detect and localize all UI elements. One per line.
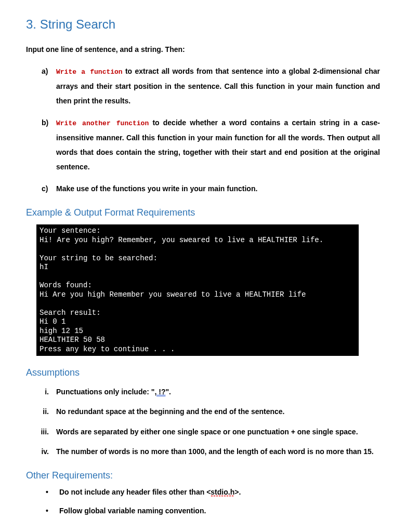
other-req1-post: >.: [234, 488, 241, 496]
task-item-a: a) Write a function to extract all words…: [42, 64, 380, 108]
intro-text: Input one line of sentence, and a string…: [26, 45, 380, 55]
task-text-c: Make use of the functions you write in y…: [56, 184, 257, 193]
marker-i: i.: [31, 385, 49, 399]
other-req2-text: Follow global variable naming convention…: [59, 507, 206, 515]
other-req1-pre: Do not include any header files other th…: [59, 488, 211, 496]
assumption-i: i. Punctuations only include: ", !?".: [31, 385, 380, 399]
task-item-b: b) Write another function to decide whet…: [42, 115, 380, 174]
red-text-a: Write a function: [56, 68, 123, 76]
task-item-c: c) Make use of the functions you write i…: [42, 181, 380, 196]
assumptions-heading: Assumptions: [26, 366, 380, 379]
assumption-iv: iv. The number of words is no more than …: [31, 445, 380, 459]
page-title: 3. String Search: [26, 16, 380, 33]
assumption-i-pre: Punctuations only include: ": [56, 388, 154, 396]
example-heading: Example & Output Format Requirements: [26, 206, 380, 219]
other-req1-squiggle: stdio.h: [211, 488, 234, 497]
marker-b: b): [42, 115, 48, 130]
assumption-i-post: ".: [165, 388, 171, 396]
marker-ii: ii.: [31, 405, 49, 419]
assumptions-list: i. Punctuations only include: ", !?". ii…: [26, 385, 380, 459]
marker-c: c): [42, 181, 48, 196]
assumption-ii: ii. No redundant space at the beginning …: [31, 405, 380, 419]
assumption-iii-text: Words are separated by either one single…: [56, 428, 358, 436]
assumption-iii: iii. Words are separated by either one s…: [31, 425, 380, 439]
console-output: Your sentence: Hi! Are you high? Remembe…: [36, 224, 359, 356]
marker-iv: iv.: [31, 445, 49, 459]
red-text-b: Write another function: [56, 119, 149, 127]
other-requirements-list: Do not include any header files other th…: [26, 487, 380, 516]
other-requirement-2: Follow global variable naming convention…: [46, 506, 380, 516]
other-requirements-heading: Other Requirements:: [26, 469, 380, 482]
marker-iii: iii.: [31, 425, 49, 439]
assumption-ii-text: No redundant space at the beginning and …: [56, 407, 285, 416]
task-list: a) Write a function to extract all words…: [26, 64, 380, 196]
other-requirement-1: Do not include any header files other th…: [46, 487, 380, 498]
assumption-i-squiggle: , !?: [154, 388, 165, 396]
marker-a: a): [42, 64, 48, 78]
assumption-iv-text: The number of words is no more than 1000…: [56, 447, 374, 456]
